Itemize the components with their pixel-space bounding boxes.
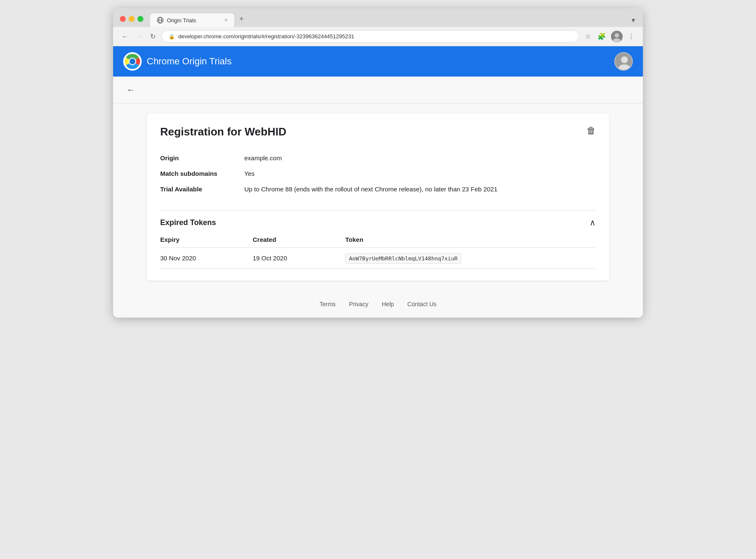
origin-row: Origin example.com — [160, 150, 596, 166]
match-subdomains-row: Match subdomains Yes — [160, 166, 596, 181]
trash-icon: 🗑 — [587, 125, 596, 136]
page-footer: Terms Privacy Help Contact Us — [113, 291, 643, 318]
chrome-header-title: Chrome Origin Trials — [147, 56, 232, 67]
origin-label: Origin — [160, 154, 244, 162]
profile-icon — [611, 31, 623, 42]
trial-available-row: Trial Available Up to Chrome 88 (ends wi… — [160, 181, 596, 197]
match-subdomains-label: Match subdomains — [160, 170, 244, 177]
lock-icon: 🔒 — [169, 34, 175, 40]
main-content: Registration for WebHID 🗑 Origin example… — [113, 103, 643, 291]
extensions-button[interactable]: 🧩 — [596, 31, 608, 42]
close-traffic-light[interactable] — [120, 16, 126, 22]
back-nav: ← — [113, 77, 643, 103]
token-value[interactable]: AoW7ByrUeMbRRlcNblmqLV148hnq7xiuR — [345, 253, 461, 264]
forward-nav-button[interactable]: → — [134, 31, 144, 42]
tab-dropdown-button[interactable]: ▼ — [630, 17, 636, 27]
menu-button[interactable]: ⋮ — [626, 31, 636, 42]
terms-link[interactable]: Terms — [320, 301, 336, 307]
card-title: Registration for WebHID — [160, 125, 286, 138]
url-text: developer.chrome.com/origintrials/#/regi… — [178, 33, 354, 40]
svg-point-4 — [615, 33, 619, 37]
tab-close-button[interactable]: × — [225, 17, 227, 23]
svg-point-10 — [621, 56, 628, 63]
minimize-traffic-light[interactable] — [129, 16, 135, 22]
token-column-header: Token — [345, 236, 596, 243]
delete-button[interactable]: 🗑 — [587, 125, 596, 136]
browser-tab[interactable]: Origin Trials × — [150, 13, 234, 27]
tokens-table-header: Expiry Created Token — [160, 236, 596, 248]
maximize-traffic-light[interactable] — [137, 16, 143, 22]
collapse-tokens-button[interactable]: ∧ — [589, 217, 596, 228]
user-avatar-small[interactable] — [611, 31, 623, 42]
chrome-logo-area: Chrome Origin Trials — [123, 52, 232, 71]
chrome-header: Chrome Origin Trials — [113, 46, 643, 77]
tokens-table: Expiry Created Token 30 Nov 2020 19 Oct … — [160, 236, 596, 269]
reload-button[interactable]: ↻ — [148, 31, 157, 42]
expiry-cell: 30 Nov 2020 — [160, 254, 253, 262]
created-column-header: Created — [253, 236, 345, 243]
created-cell: 19 Oct 2020 — [253, 254, 345, 262]
table-row: 30 Nov 2020 19 Oct 2020 AoW7ByrUeMbRRlcN… — [160, 248, 596, 269]
registration-card: Registration for WebHID 🗑 Origin example… — [147, 114, 609, 281]
back-nav-button[interactable]: ← — [120, 31, 130, 42]
svg-point-8 — [130, 58, 135, 64]
card-header: Registration for WebHID 🗑 — [160, 125, 596, 138]
trial-available-value: Up to Chrome 88 (ends with the rollout o… — [244, 185, 596, 193]
new-tab-button[interactable]: + — [238, 15, 244, 27]
traffic-lights — [120, 16, 147, 27]
info-table: Origin example.com Match subdomains Yes … — [160, 150, 596, 197]
user-profile-icon — [615, 53, 633, 71]
expiry-column-header: Expiry — [160, 236, 253, 243]
origin-value: example.com — [244, 154, 596, 162]
tab-globe-icon — [157, 17, 164, 24]
expired-tokens-title: Expired Tokens — [160, 218, 216, 227]
tab-title: Origin Trials — [167, 17, 196, 24]
address-input[interactable]: 🔒 developer.chrome.com/origintrials/#/re… — [161, 30, 579, 42]
browser-window: Origin Trials × + ▼ ← → ↻ 🔒 developer.ch… — [113, 8, 643, 318]
trial-available-label: Trial Available — [160, 185, 244, 193]
page-content: ← Registration for WebHID 🗑 Origin examp… — [113, 77, 643, 318]
page-back-button[interactable]: ← — [123, 83, 138, 96]
token-cell: AoW7ByrUeMbRRlcNblmqLV148hnq7xiuR — [345, 254, 596, 262]
chrome-logo-icon — [123, 52, 142, 71]
address-bar: ← → ↻ 🔒 developer.chrome.com/origintrial… — [113, 27, 643, 46]
contact-us-link[interactable]: Contact Us — [407, 301, 436, 307]
title-bar: Origin Trials × + ▼ — [113, 8, 643, 27]
address-actions: ☆ 🧩 ⋮ — [583, 31, 636, 42]
user-avatar-header[interactable] — [614, 52, 633, 71]
help-link[interactable]: Help — [382, 301, 394, 307]
privacy-link[interactable]: Privacy — [349, 301, 368, 307]
match-subdomains-value: Yes — [244, 170, 596, 177]
expired-tokens-section-header: Expired Tokens ∧ — [160, 210, 596, 234]
bookmark-button[interactable]: ☆ — [583, 31, 592, 42]
